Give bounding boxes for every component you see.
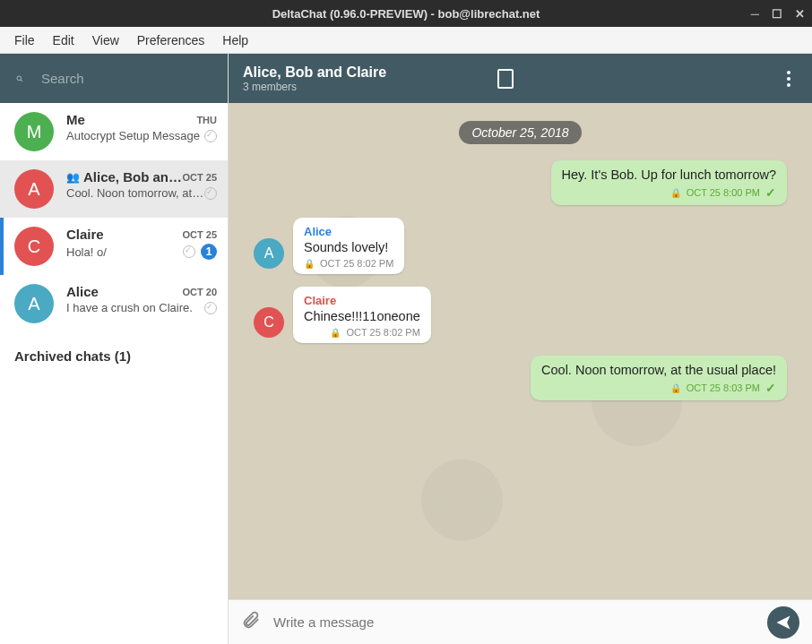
message-incoming: A Alice Sounds lovely! 🔒OCT 25 8:02 PM	[254, 218, 787, 274]
menubar: File Edit View Preferences Help	[0, 27, 812, 54]
message-sender: Claire	[304, 294, 420, 307]
maximize-button[interactable]: ☐	[772, 7, 782, 21]
group-icon: 👥	[66, 171, 80, 184]
menu-help[interactable]: Help	[215, 31, 255, 49]
chat-header: Alice, Bob and Claire 3 members	[229, 54, 812, 103]
minimize-button[interactable]: ─	[751, 7, 759, 21]
avatar: A	[14, 284, 54, 323]
menu-file[interactable]: File	[7, 31, 42, 49]
chat-name: Claire	[66, 227, 104, 242]
message-meta: 🔒OCT 25 8:00 PM✓	[562, 185, 776, 200]
message-sender: Alice	[304, 225, 393, 238]
message-bubble[interactable]: Alice Sounds lovely! 🔒OCT 25 8:02 PM	[293, 218, 404, 274]
search-input[interactable]	[41, 71, 212, 86]
message-text: Sounds lovely!	[304, 240, 393, 254]
avatar: M	[14, 112, 54, 151]
chat-name: Alice	[66, 284, 99, 299]
search-icon	[16, 70, 23, 88]
chat-preview: I have a crush on Claire.	[66, 301, 204, 314]
check-icon: ✓	[765, 381, 776, 395]
chat-preview: Cool. Noon tomorrow, at…	[66, 186, 204, 200]
avatar: C	[14, 227, 54, 266]
close-button[interactable]: ✕	[795, 7, 805, 21]
unread-badge: 1	[201, 244, 217, 260]
chat-date: OCT 25	[182, 229, 217, 240]
chat-date: OCT 20	[182, 287, 217, 297]
delivered-icon	[204, 130, 217, 142]
window-title: DeltaChat (0.96.0-PREVIEW) - bob@librech…	[272, 7, 540, 21]
chat-subtitle: 3 members	[243, 81, 485, 93]
chat-date: THU	[196, 115, 217, 125]
document-icon[interactable]	[497, 69, 514, 89]
more-menu-button[interactable]	[780, 64, 798, 94]
menu-view[interactable]: View	[85, 31, 126, 49]
chat-name: 👥Alice, Bob an…	[66, 169, 182, 185]
archived-chats[interactable]: Archived chats (1)	[0, 332, 228, 380]
sidebar: M Me THU Autocrypt Setup Message A	[0, 54, 229, 644]
avatar: A	[14, 169, 54, 209]
search-row	[0, 54, 228, 103]
composer	[229, 599, 812, 644]
chat-preview: Hola! o/	[66, 245, 183, 259]
date-separator: October 25, 2018	[459, 121, 581, 144]
menu-preferences[interactable]: Preferences	[130, 31, 212, 49]
message-meta: 🔒OCT 25 8:03 PM✓	[541, 381, 776, 395]
message-meta: 🔒OCT 25 8:02 PM	[304, 327, 420, 338]
chat-name: Me	[66, 112, 85, 127]
avatar: A	[254, 238, 284, 269]
chat-item-group[interactable]: A 👥Alice, Bob an… OCT 25 Cool. Noon tomo…	[0, 160, 228, 218]
window-controls: ─ ☐ ✕	[751, 7, 805, 21]
avatar: C	[254, 307, 284, 338]
lock-icon: 🔒	[670, 383, 681, 393]
messages-area[interactable]: October 25, 2018 Hey. It's Bob. Up for l…	[229, 103, 812, 599]
chat-item-alice[interactable]: A Alice OCT 20 I have a crush on Claire.	[0, 275, 228, 332]
message-text: Hey. It's Bob. Up for lunch tomorrow?	[562, 167, 776, 182]
check-icon: ✓	[765, 185, 776, 200]
attach-button[interactable]	[241, 610, 261, 634]
message-meta: 🔒OCT 25 8:02 PM	[304, 258, 393, 269]
titlebar: DeltaChat (0.96.0-PREVIEW) - bob@librech…	[0, 0, 812, 27]
message-bubble[interactable]: Claire Chinese!!!11oneone 🔒OCT 25 8:02 P…	[293, 287, 431, 343]
app-window: DeltaChat (0.96.0-PREVIEW) - bob@librech…	[0, 0, 812, 644]
menu-edit[interactable]: Edit	[46, 31, 82, 49]
delivered-icon	[204, 187, 217, 200]
message-input[interactable]	[273, 614, 755, 630]
delivered-icon	[204, 302, 217, 314]
message-incoming: C Claire Chinese!!!11oneone 🔒OCT 25 8:02…	[254, 287, 787, 343]
chat-preview: Autocrypt Setup Message	[66, 129, 204, 142]
chat-item-me[interactable]: M Me THU Autocrypt Setup Message	[0, 103, 228, 160]
chat-date: OCT 25	[182, 172, 217, 183]
lock-icon: 🔒	[670, 188, 681, 198]
message-bubble[interactable]: Hey. It's Bob. Up for lunch tomorrow? 🔒O…	[551, 160, 787, 205]
svg-point-0	[17, 76, 22, 81]
lock-icon: 🔒	[304, 259, 315, 269]
lock-icon: 🔒	[330, 328, 341, 338]
message-text: Chinese!!!11oneone	[304, 309, 420, 323]
message-outgoing: Hey. It's Bob. Up for lunch tomorrow? 🔒O…	[254, 160, 787, 205]
delivered-icon	[183, 245, 195, 258]
svg-line-1	[21, 80, 22, 82]
message-text: Cool. Noon tomorrow, at the usual place!	[541, 363, 776, 377]
message-outgoing: Cool. Noon tomorrow, at the usual place!…	[254, 356, 787, 400]
send-icon	[774, 614, 792, 631]
main-panel: Alice, Bob and Claire 3 members October …	[229, 54, 812, 644]
send-button[interactable]	[767, 606, 799, 639]
chat-title: Alice, Bob and Claire	[243, 64, 485, 81]
content: M Me THU Autocrypt Setup Message A	[0, 54, 812, 644]
chat-item-claire[interactable]: C Claire OCT 25 Hola! o/ 1	[0, 218, 228, 275]
chat-list: M Me THU Autocrypt Setup Message A	[0, 103, 228, 644]
message-bubble[interactable]: Cool. Noon tomorrow, at the usual place!…	[531, 356, 787, 400]
